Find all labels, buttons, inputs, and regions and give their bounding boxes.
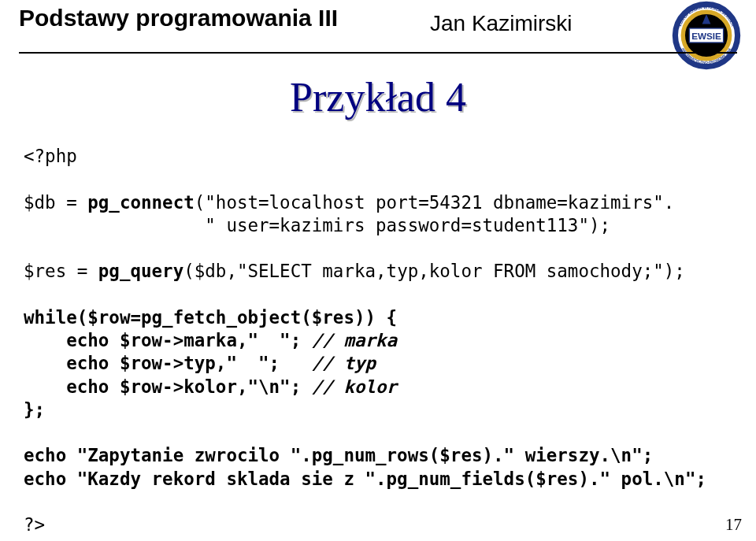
code-text: }; bbox=[24, 399, 45, 420]
code-fn-pg-fetch-object: pg_fetch_object bbox=[141, 307, 301, 328]
course-title: Podstawy programowania III bbox=[19, 5, 338, 31]
school-logo: EUROPEJSKA WYŻSZA SZKOŁA INFORMATYCZNO-E… bbox=[671, 0, 742, 71]
header: Podstawy programowania III Jan Kazimirsk… bbox=[0, 0, 756, 58]
code-comment: // marka bbox=[312, 330, 397, 350]
code-fn-pg-connect: pg_connect bbox=[87, 192, 194, 213]
code-text: ($db,"SELECT marka,typ,kolor FROM samoch… bbox=[183, 261, 685, 281]
author-name: Jan Kazimirski bbox=[430, 11, 572, 36]
code-text: echo "Kazdy rekord sklada sie z ". bbox=[24, 469, 387, 489]
code-line: ?> bbox=[24, 514, 45, 535]
code-text: echo $row->kolor,"\n"; bbox=[24, 376, 312, 397]
code-text: ($res)." wierszy.\n"; bbox=[429, 445, 653, 465]
slide-page: Podstawy programowania III Jan Kazimirsk… bbox=[0, 0, 756, 541]
code-fn-pg-query: pg_query bbox=[98, 261, 183, 281]
code-block: <?php $db = pg_connect("host=localhost p… bbox=[24, 145, 706, 536]
page-number: 17 bbox=[725, 515, 742, 535]
logo-label-text: EWSIE bbox=[691, 31, 721, 41]
code-line: <?php bbox=[24, 146, 77, 166]
code-text: ("host=localhost port=54321 dbname=kazim… bbox=[195, 192, 675, 213]
code-text: " user=kazimirs password=student113"); bbox=[24, 215, 610, 235]
code-text: ($res)." pol.\n"; bbox=[525, 469, 706, 489]
code-fn-pg-num-fields: pg_num_fields bbox=[387, 469, 525, 489]
code-text: $db = bbox=[24, 192, 87, 213]
code-text: echo "Zapytanie zwrocilo ". bbox=[24, 445, 312, 465]
code-fn-pg-num-rows: pg_num_rows bbox=[312, 445, 429, 465]
code-text: while($row= bbox=[24, 307, 141, 328]
code-comment: // kolor bbox=[312, 376, 397, 397]
header-divider bbox=[19, 52, 737, 54]
code-text: ($res)) { bbox=[301, 307, 397, 328]
code-text: echo $row->typ," "; bbox=[24, 353, 312, 373]
slide-title: Przykład 4 bbox=[0, 74, 756, 120]
code-comment: // typ bbox=[312, 353, 376, 373]
code-text: echo $row->marka," "; bbox=[24, 330, 312, 350]
code-text: $res = bbox=[24, 261, 98, 281]
